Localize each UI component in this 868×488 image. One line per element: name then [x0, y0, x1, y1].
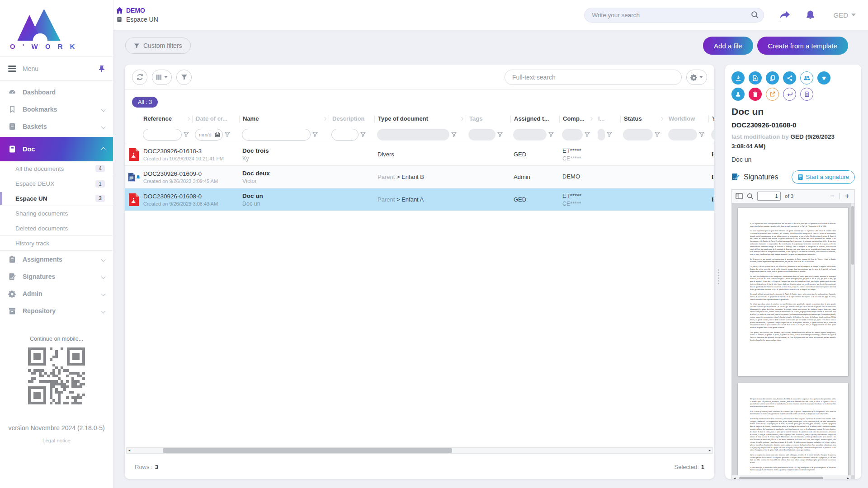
column-header-tags[interactable]: Tags [466, 115, 510, 122]
filter-icon[interactable] [184, 132, 189, 137]
share-button[interactable] [783, 71, 796, 84]
upload-version-button[interactable] [749, 71, 762, 84]
panel-resize-handle[interactable] [718, 269, 719, 284]
properties-button[interactable] [800, 88, 813, 101]
column-header-assigned[interactable]: Assigned t... [510, 115, 559, 122]
scrollbar-thumb[interactable] [739, 477, 823, 479]
sub-item-label: Espace DEUX [15, 180, 54, 187]
sidebar-item-bookmarks[interactable]: Bookmarks [0, 101, 113, 118]
delete-button[interactable] [749, 88, 762, 101]
sidebar-item-repository[interactable]: Repository [0, 302, 113, 319]
sidebar-item-doc[interactable]: Doc [0, 137, 113, 161]
column-header-status[interactable]: Status [620, 115, 665, 122]
global-search-input[interactable] [584, 8, 764, 23]
column-header-y[interactable]: Y [708, 115, 714, 122]
fulltext-search-input[interactable] [505, 70, 682, 85]
column-header-icon [125, 115, 140, 122]
open-external-button[interactable] [766, 88, 779, 101]
sidebar-item-deleted-documents[interactable]: Deleted documents [0, 221, 113, 236]
column-header-description[interactable]: Description [329, 115, 374, 122]
sidebar-item-espace-deux[interactable]: Espace DEUX 1 [0, 176, 113, 191]
column-header-type[interactable]: Type of document [374, 115, 466, 122]
column-header-reference[interactable]: Reference [140, 115, 192, 122]
users-button[interactable] [800, 71, 813, 84]
sidebar-item-admin[interactable]: Admin [0, 285, 113, 302]
document-reference: DOC230926-01608-0 [731, 121, 855, 129]
table-filter-button[interactable] [176, 70, 192, 85]
filter-icon[interactable] [497, 132, 503, 137]
sidebar-item-dashboard[interactable]: Dashboard [0, 84, 113, 101]
sidebar-item-signatures[interactable]: Signatures [0, 268, 113, 285]
copy-button[interactable] [766, 71, 779, 84]
mountain-logo-icon [17, 6, 61, 41]
hamburger-icon[interactable] [8, 66, 16, 71]
table-row[interactable]: DOC230926-01610-3 Created on 10/29/2024 … [125, 143, 714, 166]
scroll-right-icon[interactable]: ► [707, 448, 712, 453]
sidebar-item-baskets[interactable]: Baskets [0, 118, 113, 135]
sidebar-item-history-track[interactable]: History track [0, 236, 113, 251]
stamp-button[interactable] [731, 88, 745, 101]
table-row[interactable]: =w DOC230926-01609-0 Created on 9/26/202… [125, 166, 714, 188]
scrollbar-thumb[interactable] [851, 206, 854, 265]
user-menu[interactable]: GED [833, 11, 856, 19]
zoom-in-button[interactable]: + [844, 192, 851, 200]
pdf-canvas-area[interactable]: Il y a aujourd'hui trois cent quarante-h… [732, 203, 854, 479]
scroll-right-icon[interactable]: ► [845, 476, 851, 479]
table-settings-button[interactable] [686, 70, 707, 85]
pdf-vertical-scrollbar[interactable] [851, 203, 854, 475]
favorite-button[interactable]: ♥ [817, 71, 830, 84]
table-horizontal-scrollbar[interactable]: ◄ ► [126, 447, 713, 454]
scroll-left-icon[interactable]: ◄ [732, 476, 737, 479]
filter-name-input[interactable] [242, 129, 311, 141]
column-header-name[interactable]: Name [239, 115, 329, 122]
pdf-horizontal-scrollbar[interactable]: ◄ ► [732, 475, 851, 479]
scroll-left-icon[interactable]: ◄ [127, 448, 132, 453]
sidebar-item-all-documents[interactable]: All the documents 4 [0, 161, 113, 176]
create-from-template-button[interactable]: Create from a template [757, 37, 848, 55]
filter-icon[interactable] [451, 132, 457, 137]
sidebar-item-sharing-documents[interactable]: Sharing documents [0, 206, 113, 221]
refresh-button[interactable] [132, 70, 147, 85]
sidebar-item-espace-un[interactable]: Espace UN 3 [0, 191, 113, 206]
filter-reference-input[interactable] [143, 129, 182, 141]
scrollbar-thumb[interactable] [163, 448, 452, 453]
bell-icon[interactable] [806, 10, 815, 20]
add-file-button[interactable]: Add a file [703, 37, 753, 55]
table-footer: Rows :3 Selected:1 [125, 455, 714, 479]
custom-filters-button[interactable]: Custom filters [125, 38, 191, 54]
breadcrumb-root[interactable]: DEMO [116, 7, 158, 14]
download-button[interactable] [731, 71, 745, 84]
zoom-out-button[interactable]: − [829, 192, 836, 200]
all-count-chip[interactable]: All : 3 [132, 97, 158, 108]
filter-icon[interactable] [548, 132, 554, 137]
filter-description-input[interactable] [331, 129, 359, 141]
filter-date-input[interactable] [195, 129, 223, 141]
filter-icon[interactable] [225, 132, 230, 137]
filter-icon[interactable] [312, 132, 318, 137]
pin-icon[interactable] [99, 65, 105, 72]
breadcrumb: DEMO Espace UN [116, 7, 158, 23]
filter-icon[interactable] [585, 132, 590, 137]
filter-icon[interactable] [655, 132, 660, 137]
document-actions-row-1: ♥ [731, 71, 855, 84]
filter-icon[interactable] [360, 132, 366, 137]
search-icon[interactable] [751, 11, 759, 19]
sidebar-item-assignments[interactable]: Assignments [0, 251, 113, 268]
table-row-selected[interactable]: DOC230926-01608-0 Created on 9/26/2023 3… [125, 188, 714, 211]
custom-filters-label: Custom filters [143, 42, 182, 49]
column-header-i[interactable]: I... [595, 115, 620, 122]
filter-icon[interactable] [699, 132, 704, 137]
share-icon[interactable] [779, 10, 790, 19]
columns-button[interactable] [152, 70, 172, 85]
legal-notice-link[interactable]: Legal notice [0, 438, 113, 443]
start-signature-button[interactable]: Start a signature [792, 170, 855, 184]
column-header-company[interactable]: Comp... [559, 115, 595, 122]
page-number-input[interactable] [757, 192, 781, 201]
pdf-search-icon[interactable] [747, 193, 753, 199]
topbar: DEMO Espace UN GED [113, 0, 868, 30]
column-header-date[interactable]: Date of cr... [192, 115, 239, 122]
return-button[interactable] [783, 88, 796, 101]
column-header-workflow[interactable]: Workflow [665, 115, 708, 122]
sidebar-toggle-icon[interactable] [736, 193, 743, 199]
filter-icon[interactable] [607, 132, 612, 137]
